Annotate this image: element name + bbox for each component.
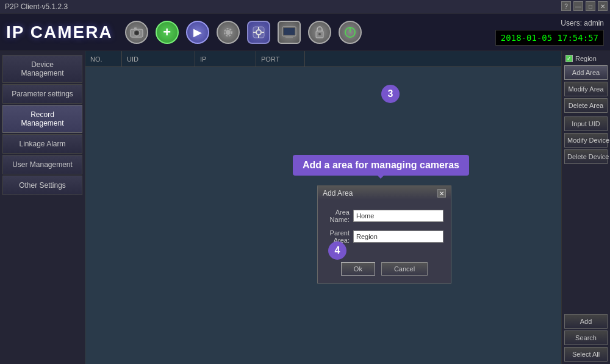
svg-rect-15 <box>285 37 293 38</box>
region-label: Region <box>575 55 597 62</box>
delete-area-button[interactable]: Delete Area <box>564 98 608 113</box>
sidebar-item-other-settings[interactable]: Other Settings <box>2 176 82 195</box>
area-name-label: Area Name: <box>325 209 350 223</box>
add-icon-button[interactable]: + <box>156 21 179 44</box>
dialog-overlay: Add Area ✕ Area Name: Parent Area: Ok Ca <box>85 51 561 364</box>
sidebar-item-parameter-settings[interactable]: Parameter settings <box>2 84 82 104</box>
modify-area-button[interactable]: Modify Area <box>564 82 608 96</box>
sidebar-item-device-management[interactable]: Device Management <box>2 55 82 83</box>
lock-icon-button[interactable] <box>308 21 331 44</box>
minimize-button[interactable]: — <box>573 1 583 11</box>
area-name-row: Area Name: <box>325 209 443 223</box>
parent-area-row: Parent Area: <box>325 229 443 244</box>
help-button[interactable]: ? <box>561 1 571 11</box>
add-button[interactable]: Add <box>564 314 608 329</box>
camera-icon-button[interactable] <box>125 21 148 44</box>
sidebar-item-user-management[interactable]: User Management <box>2 155 82 174</box>
content-area: NO. UID IP PORT Add a area for managing … <box>85 51 561 364</box>
app-logo: IP CAMERA <box>6 23 113 42</box>
users-label: Users: admin <box>561 19 604 27</box>
select-all-button[interactable]: Select All <box>564 347 608 362</box>
sidebar-item-record-management[interactable]: Record Management <box>2 105 82 133</box>
maximize-button[interactable]: □ <box>586 1 595 11</box>
settings-icon-button[interactable] <box>217 21 240 44</box>
config-icon-button[interactable] <box>247 21 270 44</box>
step-badge-3: 3 <box>381 85 400 103</box>
header: IP CAMERA + ▶ <box>0 13 610 51</box>
datetime-display: 2018-01-05 17:54:57 <box>495 30 604 46</box>
svg-point-2 <box>135 31 138 35</box>
screen-icon-button[interactable] <box>278 21 301 44</box>
title-bar-text: P2P Client-v5.1.2.3 <box>5 2 68 11</box>
search-button[interactable]: Search <box>564 330 608 345</box>
dialog-close-button[interactable]: ✕ <box>437 189 446 198</box>
title-bar-controls: ? — □ ✕ <box>561 1 608 11</box>
dialog-title-bar: Add Area ✕ <box>318 187 451 200</box>
header-icons: + ▶ <box>125 21 362 44</box>
right-panel: ✓ Region Add Area Modify Area Delete Are… <box>561 51 610 364</box>
main-area: Device Management Parameter settings Rec… <box>0 51 610 364</box>
add-area-button[interactable]: Add Area <box>564 65 608 80</box>
play-icon-button[interactable]: ▶ <box>186 21 209 44</box>
region-checkbox[interactable]: ✓ <box>565 55 573 62</box>
add-area-dialog: Add Area ✕ Area Name: Parent Area: Ok Ca <box>317 185 451 284</box>
power-icon-button[interactable] <box>339 21 362 44</box>
cancel-button[interactable]: Cancel <box>381 262 428 276</box>
dialog-title: Add Area <box>323 189 353 198</box>
sidebar-item-linkage-alarm[interactable]: Linkage Alarm <box>2 134 82 154</box>
step-badge-4: 4 <box>328 241 346 260</box>
close-button[interactable]: ✕ <box>598 1 608 11</box>
svg-point-17 <box>318 33 321 35</box>
ok-button[interactable]: Ok <box>341 262 375 276</box>
input-uid-button[interactable]: Input UID <box>564 116 608 131</box>
region-item: ✓ Region <box>564 54 608 63</box>
parent-area-input[interactable] <box>353 230 443 243</box>
area-name-input[interactable] <box>353 210 443 222</box>
svg-rect-13 <box>284 28 295 35</box>
header-right: Users: admin 2018-01-05 17:54:57 <box>495 13 604 51</box>
svg-rect-3 <box>134 27 137 29</box>
title-bar: P2P Client-v5.1.2.3 ? — □ ✕ <box>0 0 610 13</box>
svg-rect-14 <box>287 36 291 37</box>
svg-point-4 <box>226 30 231 35</box>
modify-device-button[interactable]: Modify Device <box>564 133 608 148</box>
delete-device-button[interactable]: Delete Device <box>564 149 608 164</box>
dialog-buttons: Ok Cancel <box>318 259 451 283</box>
sidebar: Device Management Parameter settings Rec… <box>0 51 85 364</box>
